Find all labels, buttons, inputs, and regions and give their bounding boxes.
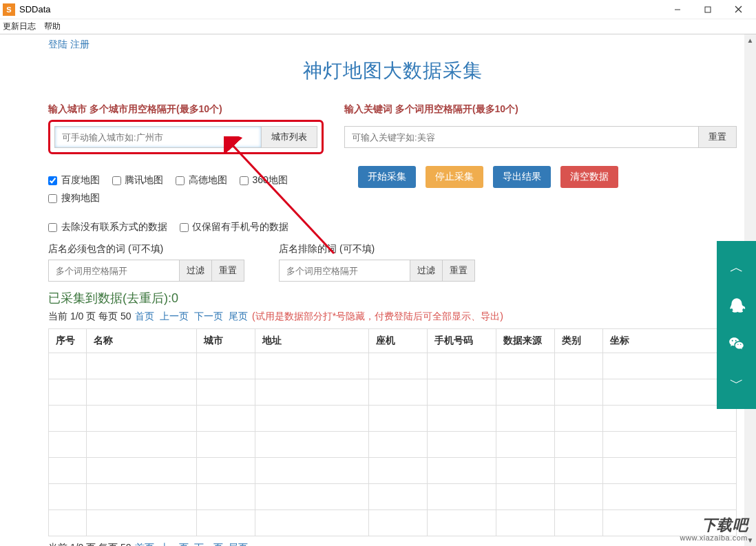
pager-top-note: (试用是数据部分打*号隐藏，付费登陆后可全部显示、导出) xyxy=(252,311,503,322)
login-link[interactable]: 登陆 xyxy=(48,39,67,50)
table-row xyxy=(49,406,737,432)
close-icon xyxy=(735,6,742,13)
table-row xyxy=(49,510,737,536)
pager-bottom-last[interactable]: 尾页 xyxy=(229,542,248,546)
results-table: 序号 名称 城市 地址 座机 手机号码 数据来源 类别 坐标 xyxy=(48,328,737,536)
scrollbar-up-icon[interactable]: ▲ xyxy=(744,34,756,46)
minimize-icon xyxy=(674,6,681,13)
map-sogou-checkbox[interactable] xyxy=(48,194,57,203)
pager-top-prev[interactable]: 上一页 xyxy=(160,311,189,322)
svg-rect-1 xyxy=(705,7,711,12)
maximize-button[interactable] xyxy=(693,0,723,19)
dock-up-button[interactable]: ︿ xyxy=(717,248,756,286)
pager-bottom: 当前 1/0 页 每页 50 首页 上一页 下一页 尾页 xyxy=(48,542,737,546)
menu-bar: 更新日志 帮助 xyxy=(0,19,756,34)
opt-remove-no-contact[interactable]: 去除没有联系方式的数据 xyxy=(48,221,167,232)
exclude-filter-button[interactable]: 过滤 xyxy=(410,260,443,282)
table-row xyxy=(49,379,737,406)
chevron-up-icon: ︿ xyxy=(730,258,744,277)
page-title: 神灯地图大数据采集 xyxy=(48,58,737,84)
opt-only-mobile[interactable]: 仅保留有手机号的数据 xyxy=(180,221,289,232)
table-row xyxy=(49,353,737,379)
pager-top-first[interactable]: 首页 xyxy=(135,311,154,322)
app-title: SDData xyxy=(19,4,51,14)
table-row xyxy=(49,458,737,484)
map-baidu[interactable]: 百度地图 xyxy=(48,174,100,185)
clear-data-button[interactable]: 清空数据 xyxy=(560,166,618,188)
stop-collect-button[interactable]: 停止采集 xyxy=(426,166,483,188)
map-360-checkbox[interactable] xyxy=(240,176,249,185)
start-collect-button[interactable]: 开始采集 xyxy=(358,166,416,188)
include-input[interactable] xyxy=(48,260,179,282)
exclude-reset-button[interactable]: 重置 xyxy=(443,260,475,282)
map-gaode[interactable]: 高德地图 xyxy=(176,174,227,185)
collected-count: 已采集到数据(去重后):0 xyxy=(48,290,737,306)
map-sources-row: 百度地图 腾讯地图 高德地图 360地图 搜狗地图 xyxy=(48,174,324,204)
maximize-icon xyxy=(704,6,711,13)
options-row: 去除没有联系方式的数据 仅保留有手机号的数据 xyxy=(48,221,737,233)
exclude-label: 店名排除的词 (可不填) xyxy=(279,243,475,255)
th-address: 地址 xyxy=(255,329,369,353)
map-gaode-checkbox[interactable] xyxy=(176,176,185,185)
include-reset-button[interactable]: 重置 xyxy=(212,260,244,282)
th-name: 名称 xyxy=(87,329,197,353)
minimize-button[interactable] xyxy=(662,0,693,19)
table-row xyxy=(49,432,737,458)
th-source: 数据来源 xyxy=(496,329,555,353)
pager-bottom-prev[interactable]: 上一页 xyxy=(160,542,189,546)
dock-down-button[interactable]: ﹀ xyxy=(717,364,756,402)
city-label: 输入城市 多个城市用空格隔开(最多10个) xyxy=(48,103,324,116)
dock-qq-button[interactable] xyxy=(717,286,756,325)
client-area: ▲ ▼ 登陆 注册 神灯地图大数据采集 输入城市 多个城市用空格隔开(最多10个… xyxy=(0,34,756,546)
pager-top: 当前 1/0 页 每页 50 首页 上一页 下一页 尾页 (试用是数据部分打*号… xyxy=(48,311,737,323)
map-tencent-checkbox[interactable] xyxy=(112,176,121,185)
pager-bottom-next[interactable]: 下一页 xyxy=(194,542,223,546)
qq-icon xyxy=(728,297,746,315)
th-mobile: 手机号码 xyxy=(428,329,496,353)
menu-changelog[interactable]: 更新日志 xyxy=(3,21,36,32)
wechat-icon xyxy=(728,335,746,353)
pager-top-next[interactable]: 下一页 xyxy=(194,311,223,322)
city-input[interactable] xyxy=(54,126,261,148)
th-category: 类别 xyxy=(555,329,603,353)
opt-only-mobile-checkbox[interactable] xyxy=(180,223,189,232)
map-tencent[interactable]: 腾讯地图 xyxy=(112,174,164,185)
map-baidu-checkbox[interactable] xyxy=(48,176,57,185)
keyword-label: 输入关键词 多个词用空格隔开(最多10个) xyxy=(344,103,737,116)
keyword-input[interactable] xyxy=(344,126,698,148)
scrollbar-down-icon[interactable]: ▼ xyxy=(744,534,756,546)
chevron-down-icon: ﹀ xyxy=(730,374,744,392)
map-360[interactable]: 360地图 xyxy=(240,174,288,185)
menu-help[interactable]: 帮助 xyxy=(44,21,61,32)
export-button[interactable]: 导出结果 xyxy=(493,166,551,188)
map-sogou[interactable]: 搜狗地图 xyxy=(48,192,100,204)
dock-wechat-button[interactable] xyxy=(717,325,756,364)
city-list-button[interactable]: 城市列表 xyxy=(261,126,317,148)
include-label: 店名必须包含的词 (可不填) xyxy=(48,243,244,255)
register-link[interactable]: 注册 xyxy=(70,39,90,50)
table-row xyxy=(49,484,737,510)
highlighted-city-box: 城市列表 xyxy=(48,120,324,154)
include-filter-button[interactable]: 过滤 xyxy=(179,260,212,282)
side-dock: ︿ ﹀ xyxy=(717,241,756,409)
pager-bottom-prefix: 当前 1/0 页 每页 50 xyxy=(48,542,134,546)
keyword-reset-button[interactable]: 重置 xyxy=(698,126,737,148)
exclude-input[interactable] xyxy=(279,260,410,282)
title-bar: S SDData xyxy=(0,0,756,19)
close-button[interactable] xyxy=(723,0,753,19)
pager-bottom-first[interactable]: 首页 xyxy=(135,542,154,546)
opt-remove-no-contact-checkbox[interactable] xyxy=(48,223,57,232)
th-tel: 座机 xyxy=(369,329,428,353)
pager-top-last[interactable]: 尾页 xyxy=(229,311,248,322)
auth-links: 登陆 注册 xyxy=(48,39,737,51)
pager-top-prefix: 当前 1/0 页 每页 50 xyxy=(48,311,134,322)
th-city: 城市 xyxy=(197,329,255,353)
app-icon: S xyxy=(3,3,15,16)
th-index: 序号 xyxy=(49,329,87,353)
